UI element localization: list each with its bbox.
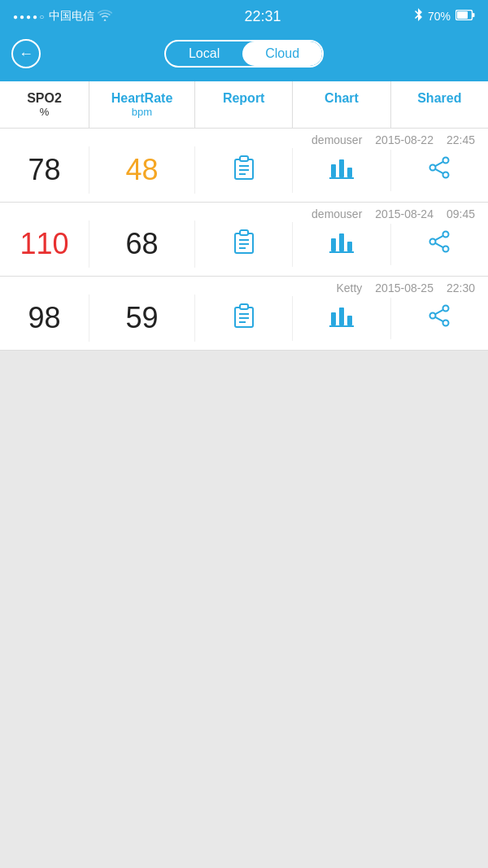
report-button-1[interactable] [195,222,293,267]
svg-line-29 [436,235,444,239]
spo2-label: SPO2 [7,91,82,106]
records-container: demouser 2015-08-22 22:45 78 48 demouser [0,129,488,351]
chart-button-2[interactable] [293,298,390,339]
hr-label: HeartRate [96,91,188,106]
share-button-1[interactable] [391,224,488,265]
svg-rect-22 [331,238,336,251]
svg-rect-24 [347,242,352,251]
battery-icon [455,10,475,23]
spo2-unit: % [7,106,82,118]
record-data-2: 98 59 [0,294,488,350]
svg-rect-1 [457,11,468,19]
table-row: demouser 2015-08-24 09:45 110 68 [0,203,488,277]
svg-rect-38 [347,316,352,325]
spo2-value-1: 110 [0,220,89,268]
record-user-0: demouser [312,133,362,146]
share-button-0[interactable] [391,150,488,191]
svg-rect-9 [339,159,344,177]
svg-point-26 [443,231,449,237]
record-date-1: 2015-08-24 [375,207,434,220]
wifi-icon [98,10,112,24]
shared-label: Shared [398,91,481,106]
table-row: demouser 2015-08-22 22:45 78 48 [0,129,488,203]
svg-line-43 [436,309,444,313]
bluetooth-icon [413,8,423,25]
table-row: Ketty 2015-08-25 22:30 98 59 [0,277,488,351]
chart-label: Chart [299,91,383,106]
record-meta-1: demouser 2015-08-24 09:45 [0,203,488,220]
svg-point-42 [443,320,449,325]
record-user-2: Ketty [336,281,362,294]
svg-rect-8 [331,164,336,177]
record-meta-2: Ketty 2015-08-25 22:30 [0,277,488,294]
hr-value-1: 68 [89,220,195,268]
svg-line-44 [436,316,444,321]
svg-line-16 [436,168,444,172]
share-button-2[interactable] [391,298,488,339]
col-spo2-header: SPO2 % [0,81,89,128]
table-header: SPO2 % HeartRate bpm Report Chart Shared [0,81,488,129]
back-icon: ← [19,46,33,63]
status-left: ●●●●○ 中国电信 [13,9,112,24]
cloud-toggle-button[interactable]: Cloud [242,41,322,66]
svg-line-30 [436,242,444,246]
hr-value-2: 59 [89,294,195,342]
svg-rect-36 [331,312,336,325]
record-time-0: 22:45 [447,133,475,146]
svg-point-28 [443,246,449,251]
back-button[interactable]: ← [11,39,41,68]
col-report-header: Report [195,81,293,128]
signal-dots: ●●●●○ [13,12,46,21]
svg-rect-4 [240,156,248,161]
svg-point-13 [430,164,436,170]
svg-rect-18 [240,230,248,235]
local-toggle-button[interactable]: Local [166,41,242,66]
svg-rect-32 [240,304,248,309]
local-cloud-toggle[interactable]: Local Cloud [164,40,324,68]
status-bar: ●●●●○ 中国电信 22:31 70% [0,0,488,33]
svg-line-15 [436,161,444,165]
svg-point-12 [443,157,449,163]
svg-rect-37 [339,308,344,325]
svg-rect-23 [339,233,344,251]
record-data-0: 78 48 [0,146,488,202]
svg-rect-2 [473,13,475,17]
svg-point-40 [443,305,449,311]
battery-label: 70% [428,10,451,23]
record-data-1: 110 68 [0,220,488,276]
col-hr-header: HeartRate bpm [89,81,195,128]
svg-point-41 [430,312,436,318]
svg-rect-10 [347,168,352,177]
status-right: 70% [413,8,475,25]
svg-point-27 [430,238,436,244]
carrier-label: 中国电信 [49,9,94,24]
col-shared-header: Shared [391,81,488,128]
report-button-0[interactable] [195,148,293,193]
record-date-2: 2015-08-25 [375,281,434,294]
report-label: Report [202,91,285,106]
record-time-1: 09:45 [447,207,475,220]
hr-value-0: 48 [89,146,195,194]
spo2-value-0: 78 [0,146,89,194]
record-time-2: 22:30 [447,281,475,294]
record-user-1: demouser [312,207,362,220]
empty-background [0,351,488,725]
col-chart-header: Chart [293,81,390,128]
chart-button-0[interactable] [293,150,390,191]
report-button-2[interactable] [195,296,293,341]
record-date-0: 2015-08-22 [375,133,434,146]
record-meta-0: demouser 2015-08-22 22:45 [0,129,488,146]
status-time: 22:31 [245,8,281,25]
svg-point-14 [443,172,449,177]
app-header: ← Local Cloud [0,33,488,81]
spo2-value-2: 98 [0,294,89,342]
chart-button-1[interactable] [293,224,390,265]
hr-unit: bpm [96,106,188,118]
